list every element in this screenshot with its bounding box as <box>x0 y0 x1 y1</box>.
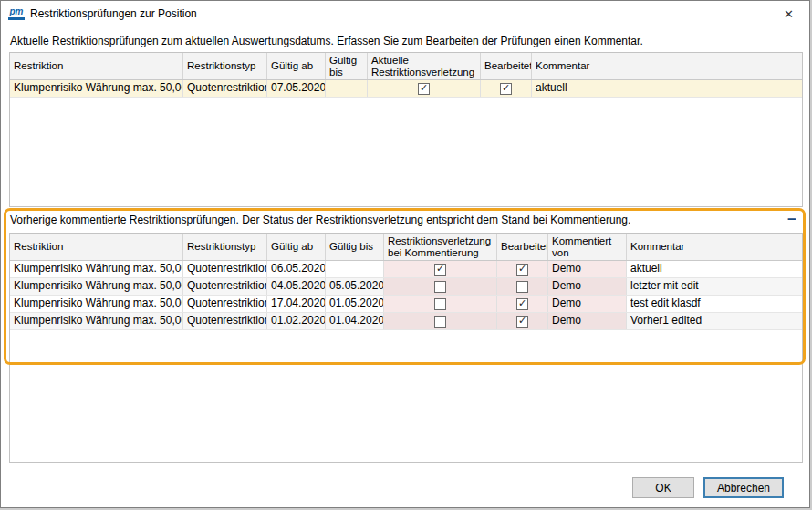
cell-gueltig-bis <box>326 80 368 97</box>
cell-verletzung <box>384 296 497 312</box>
cell-restriktion: Klumpenrisiko Währung max. 50,00% <box>10 313 183 329</box>
cell-kommentar: test edit klasdf <box>627 296 802 312</box>
cell-kommentiert-von: Demo <box>548 296 627 312</box>
app-icon: pm <box>8 6 25 20</box>
header-aktuelle-restriktionsverletzung: Aktuelle Restriktionsverletzung <box>368 53 481 79</box>
previous-checks-table: Restriktion Restriktionstyp Gültig ab Gü… <box>9 233 803 463</box>
ok-button[interactable]: OK <box>632 477 694 498</box>
header-kommentar: Kommentar <box>532 53 802 79</box>
cell-restriktion: Klumpenrisiko Währung max. 50,00% <box>10 296 183 312</box>
bearbeitet-checkbox <box>516 264 528 276</box>
table-row[interactable]: Klumpenrisiko Währung max. 50,00% Quoten… <box>10 313 802 330</box>
cell-gueltig-bis: 01.05.2020 <box>326 296 384 312</box>
previous-section-header: Vorherige kommentierte Restriktionsprüfu… <box>10 213 802 226</box>
window-title: Restriktionsprüfungen zur Position <box>30 7 197 20</box>
table-row[interactable]: Klumpenrisiko Währung max. 50,00% Quoten… <box>10 278 802 296</box>
collapse-section-icon[interactable]: − <box>787 213 802 226</box>
cell-kommentar[interactable]: aktuell <box>532 80 802 97</box>
cancel-button[interactable]: Abbrechen <box>703 477 784 498</box>
cell-kommentar: Vorher1 edited <box>627 313 802 329</box>
cell-verletzung <box>384 278 497 295</box>
cell-gueltig-bis <box>326 261 384 277</box>
cell-restriktion: Klumpenrisiko Währung max. 50,00% <box>10 80 183 97</box>
table-row[interactable]: Klumpenrisiko Währung max. 50,00% Quoten… <box>10 80 802 98</box>
cell-restriktion: Klumpenrisiko Währung max. 50,00% <box>10 261 183 277</box>
header-gueltig-bis: Gültig bis <box>326 53 368 79</box>
verletzung-checkbox <box>434 264 446 276</box>
bearbeitet-checkbox <box>516 298 528 310</box>
cell-bearbeitet <box>497 261 548 277</box>
cell-bearbeitet <box>497 278 548 295</box>
header-bearbeitet: Bearbeitet <box>497 234 548 260</box>
cell-restriktionstyp: Quotenrestriktion <box>183 261 267 277</box>
header-kommentar: Kommentar <box>627 234 802 260</box>
previous-table-header: Restriktion Restriktionstyp Gültig ab Gü… <box>10 234 802 261</box>
cell-gueltig-ab: 06.05.2020 <box>267 261 326 277</box>
header-restriktionstyp: Restriktionstyp <box>183 53 267 79</box>
cell-kommentar: aktuell <box>627 261 802 277</box>
cell-bearbeitet <box>497 313 548 329</box>
cell-gueltig-ab: 17.04.2020 <box>267 296 326 312</box>
header-gueltig-ab: Gültig ab <box>267 53 326 79</box>
current-table-header: Restriktion Restriktionstyp Gültig ab Gü… <box>10 53 802 80</box>
verletzung-checkbox <box>434 298 446 310</box>
cell-kommentiert-von: Demo <box>548 313 627 329</box>
header-restriktionstyp: Restriktionstyp <box>183 234 267 260</box>
bearbeitet-checkbox[interactable] <box>500 83 512 95</box>
title-bar: pm Restriktionsprüfungen zur Position ✕ <box>1 1 809 26</box>
cell-restriktionstyp: Quotenrestriktion <box>183 278 267 295</box>
header-bearbeitet: Bearbeitet <box>481 53 532 79</box>
cell-verletzung <box>368 80 481 97</box>
cell-gueltig-ab: 01.02.2020 <box>267 313 326 329</box>
header-verletzung-bei-kommentierung: Restriktionsverletzung bei Kommentierung <box>384 234 497 260</box>
verletzung-checkbox[interactable] <box>418 83 430 95</box>
cell-gueltig-bis: 01.04.2020 <box>326 313 384 329</box>
header-gueltig-bis: Gültig bis <box>326 234 384 260</box>
cell-gueltig-bis: 05.05.2020 <box>326 278 384 295</box>
cell-restriktionstyp: Quotenrestriktion <box>183 80 267 97</box>
cell-restriktion: Klumpenrisiko Währung max. 50,00% <box>10 278 183 295</box>
cell-gueltig-ab: 07.05.2020 <box>267 80 326 97</box>
header-restriktion: Restriktion <box>10 53 183 79</box>
cell-kommentiert-von: Demo <box>548 261 627 277</box>
verletzung-checkbox <box>434 316 446 328</box>
cell-restriktionstyp: Quotenrestriktion <box>183 296 267 312</box>
cell-bearbeitet <box>481 80 532 97</box>
verletzung-checkbox <box>434 281 446 293</box>
cell-gueltig-ab: 04.05.2020 <box>267 278 326 295</box>
previous-section-label: Vorherige kommentierte Restriktionsprüfu… <box>10 213 630 226</box>
header-restriktion: Restriktion <box>10 234 183 260</box>
table-row[interactable]: Klumpenrisiko Währung max. 50,00% Quoten… <box>10 261 802 278</box>
cell-kommentiert-von: Demo <box>548 278 627 295</box>
header-gueltig-ab: Gültig ab <box>267 234 326 260</box>
current-checks-table: Restriktion Restriktionstyp Gültig ab Gü… <box>9 52 803 207</box>
dialog-footer: OK Abbrechen <box>632 477 784 498</box>
cell-kommentar: letzter mit edit <box>627 278 802 295</box>
bearbeitet-checkbox <box>516 281 528 293</box>
bearbeitet-checkbox <box>516 316 528 328</box>
table-row[interactable]: Klumpenrisiko Währung max. 50,00% Quoten… <box>10 296 802 313</box>
cell-verletzung <box>384 313 497 329</box>
restriktionspruefungen-dialog: pm Restriktionsprüfungen zur Position ✕ … <box>0 0 810 508</box>
cell-verletzung <box>384 261 497 277</box>
cell-restriktionstyp: Quotenrestriktion <box>183 313 267 329</box>
close-icon[interactable]: ✕ <box>768 1 809 26</box>
cell-bearbeitet <box>497 296 548 312</box>
intro-text: Aktuelle Restriktionsprüfungen zum aktue… <box>10 35 643 47</box>
header-kommentiert-von: Kommentiert von <box>548 234 627 260</box>
